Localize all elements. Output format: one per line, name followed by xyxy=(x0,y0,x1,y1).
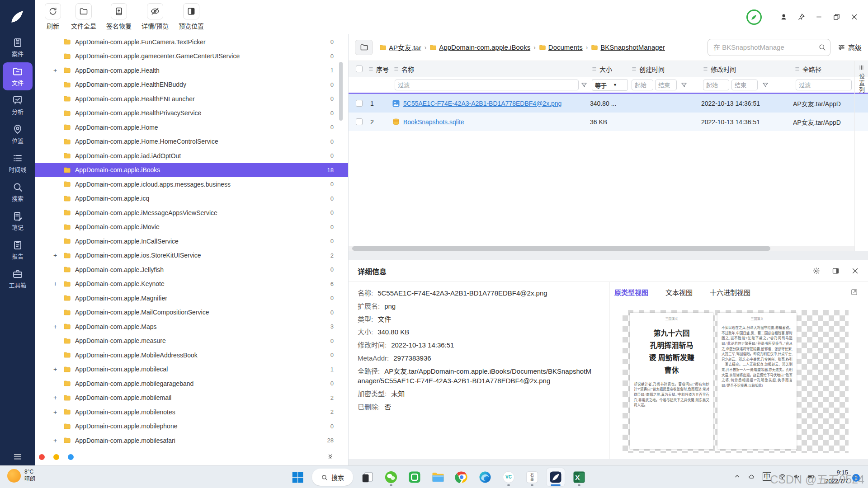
column-header-index[interactable]: 序号 xyxy=(367,65,392,74)
tree-item[interactable]: AppDomain-com.apple.mobilephone0 xyxy=(35,419,348,434)
start-button[interactable] xyxy=(288,468,307,486)
toolbar-button-folder[interactable]: 文件全显 xyxy=(66,3,101,30)
open-external-icon[interactable] xyxy=(850,288,858,296)
table-row[interactable]: 2BookSnapshots.sqlite36 KB2022-10-13 14:… xyxy=(349,113,868,131)
expand-icon[interactable]: + xyxy=(53,252,63,259)
path-filter-input[interactable] xyxy=(796,80,852,90)
tree-item[interactable]: AppDomain-com.apple.InCallService0 xyxy=(35,234,348,249)
tree-item[interactable]: AppDomain-com.apple.Jellyfish0 xyxy=(35,263,348,277)
tree-item[interactable]: AppDomain-com.apple.gamecenter.GameCente… xyxy=(35,49,348,64)
tree-scrollbar[interactable] xyxy=(339,62,343,121)
forensic-tool-app[interactable] xyxy=(547,468,565,486)
preview-tab[interactable]: 十六进制视图 xyxy=(710,287,750,297)
gear-icon[interactable] xyxy=(812,267,820,275)
tree-item[interactable]: +AppDomain-com.apple.mobilecal1 xyxy=(35,362,348,377)
pin-window-icon[interactable] xyxy=(797,13,805,21)
modified-end-input[interactable] xyxy=(731,80,758,90)
scrollbar-thumb[interactable] xyxy=(352,246,770,251)
expand-icon[interactable]: + xyxy=(53,323,63,330)
search-input[interactable] xyxy=(708,39,830,56)
sidebar-item-board[interactable]: 分析 xyxy=(3,91,33,119)
sidebar-item-note[interactable]: 笔记 xyxy=(3,207,33,235)
tree-item[interactable]: AppDomain-com.apple.Home0 xyxy=(35,120,348,135)
tree-item[interactable]: AppDomain-com.apple.HealthENBuddy0 xyxy=(35,78,348,92)
tree-item[interactable]: AppDomain-com.apple.HealthPrivacyService… xyxy=(35,106,348,121)
sidebar-item-report[interactable]: 报告 xyxy=(3,236,33,264)
ime-chinese-icon[interactable]: 中 xyxy=(763,472,771,481)
toolbar-button-layout-right[interactable]: 预览位置 xyxy=(174,3,209,30)
user-icon[interactable] xyxy=(780,13,788,21)
sidebar-item-timeline[interactable]: 时间线 xyxy=(3,149,33,177)
tree-item[interactable]: +AppDomain-com.apple.ios.StoreKitUIServi… xyxy=(35,249,348,263)
tree-item[interactable]: AppDomain-com.apple.Magnifier0 xyxy=(35,291,348,305)
sidebar-item-location[interactable]: 位置 xyxy=(3,120,33,148)
tree-item[interactable]: +AppDomain-com.apple.mobilenotes2 xyxy=(35,405,348,419)
tree-item[interactable]: +AppDomain-com.apple.Maps3 xyxy=(35,319,348,334)
sidebar-item-clipboard[interactable]: 案件 xyxy=(3,33,33,61)
excel-app[interactable]: X xyxy=(570,468,588,486)
edge-app[interactable] xyxy=(476,468,494,486)
column-settings-toggle[interactable]: 设置列 xyxy=(854,61,868,251)
funnel-icon[interactable] xyxy=(762,82,769,88)
weather-widget[interactable]: 8°C 晴朗 xyxy=(7,469,35,483)
toolbar-button-refresh[interactable]: 刷新 xyxy=(40,3,66,30)
file-link[interactable]: 5C55AE1C-F74E-42A3-A2B1-BD1A778EDBF4@2x.… xyxy=(403,100,561,107)
tree-item[interactable]: AppDomain-com.apple.MailCompositionServi… xyxy=(35,305,348,320)
breadcrumb-item[interactable]: AP女友.tar xyxy=(379,42,421,52)
breadcrumb-item[interactable]: BKSnapshotManager xyxy=(591,43,665,51)
tree-item[interactable]: AppDomain-com.apple.HealthENLauncher0 xyxy=(35,92,348,106)
created-end-input[interactable] xyxy=(655,80,677,90)
wifi-icon[interactable] xyxy=(779,473,786,480)
toolbar-button-eye-off[interactable]: 详情/预览 xyxy=(137,3,174,30)
tree-item[interactable]: +AppDomain-com.apple.mobilesafari28 xyxy=(35,433,348,448)
column-header-size[interactable]: 大小 xyxy=(590,65,630,74)
file-explorer-app[interactable] xyxy=(429,468,447,486)
expand-icon[interactable]: + xyxy=(53,280,63,287)
panel-layout-icon[interactable] xyxy=(832,267,840,275)
tree-item[interactable]: +AppDomain-com.apple.Health1 xyxy=(35,63,348,78)
preview-tab[interactable]: 文本视图 xyxy=(665,287,693,297)
expand-icon[interactable]: + xyxy=(53,437,63,444)
tree-item[interactable]: AppDomain-com.apple.icloud.apps.messages… xyxy=(35,177,348,192)
scroll-to-bottom-icon[interactable] xyxy=(327,453,334,460)
size-operator-select[interactable]: 等于▼ xyxy=(592,79,628,91)
select-all-checkbox[interactable] xyxy=(356,66,363,72)
tree-item[interactable]: AppDomain-com.apple.mobilegarageband0 xyxy=(35,376,348,391)
close-button[interactable] xyxy=(850,13,858,21)
funnel-icon[interactable] xyxy=(581,82,587,88)
funnel-icon[interactable] xyxy=(681,82,687,88)
advanced-search-button[interactable]: 高级 xyxy=(838,42,862,52)
tree-item[interactable]: AppDomain-com.apple.icq0 xyxy=(35,192,348,206)
tree-item[interactable]: AppDomain-com.apple.FunCamera.TextPicker… xyxy=(35,35,348,49)
name-filter-input[interactable] xyxy=(395,80,579,90)
chevron-up-icon[interactable] xyxy=(734,473,741,480)
expand-icon[interactable]: + xyxy=(53,366,63,373)
row-checkbox[interactable] xyxy=(356,118,363,125)
hamburger-menu-icon[interactable] xyxy=(0,452,35,462)
tree-item[interactable]: AppDomain-com.apple.iBooks18 xyxy=(35,163,348,178)
sidebar-item-search[interactable]: 搜索 xyxy=(3,178,33,206)
close-details-icon[interactable] xyxy=(851,267,859,275)
column-header-path[interactable]: 全路径 xyxy=(793,65,854,74)
column-header-name[interactable]: 名称 xyxy=(392,65,590,74)
row-checkbox[interactable] xyxy=(356,100,363,107)
tree-item[interactable]: +AppDomain-com.apple.mobilemail2 xyxy=(35,391,348,405)
table-row[interactable]: 15C55AE1C-F74E-42A3-A2B1-BD1A778EDBF4@2x… xyxy=(349,94,868,113)
taskbar-search-pill[interactable]: 搜索 xyxy=(312,469,353,486)
tree-item[interactable]: AppDomain-com.apple.iad.iAdOptOut0 xyxy=(35,149,348,163)
taskbar-clock[interactable]: 9:15 2022/7/7 xyxy=(825,469,848,486)
breadcrumb-item[interactable]: AppDomain-com.apple.iBooks xyxy=(429,43,530,51)
tree-item[interactable]: AppDomain-com.apple.Home.HomeControlServ… xyxy=(35,135,348,149)
tree-item[interactable]: +AppDomain-com.apple.Keynote6 xyxy=(35,277,348,291)
battery-icon[interactable] xyxy=(808,473,815,480)
restore-button[interactable] xyxy=(833,13,840,21)
expand-icon[interactable]: + xyxy=(53,394,63,401)
file-link[interactable]: BookSnapshots.sqlite xyxy=(403,118,464,126)
preview-tab[interactable]: 原类型视图 xyxy=(614,287,648,297)
minimize-button[interactable] xyxy=(815,13,823,21)
horizontal-scrollbar[interactable] xyxy=(349,246,854,251)
onedrive-cloud-icon[interactable] xyxy=(748,473,755,480)
tree-item[interactable]: AppDomain-com.apple.iMessageAppsViewServ… xyxy=(35,206,348,220)
notification-badge[interactable]: 2 xyxy=(852,474,860,482)
speaker-muted-icon[interactable] xyxy=(793,473,800,480)
